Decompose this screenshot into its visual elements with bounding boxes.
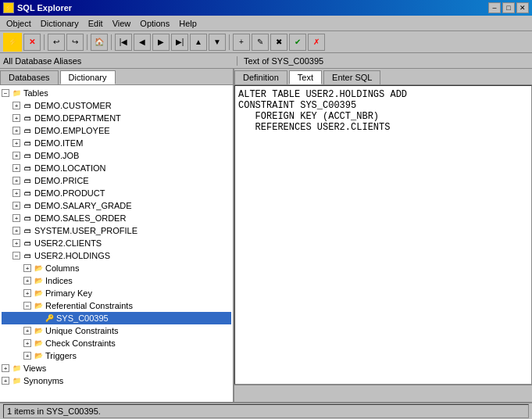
tab-definition[interactable]: Definition <box>234 70 287 84</box>
table-icon: 🗃 <box>22 188 33 199</box>
toolbar: ⚡ ✕ ↩ ↪ 🏠 |◀ ◀ ▶ ▶| ▲ ▼ + ✎ ✖ ✔ ✗ <box>0 31 532 53</box>
expand-icon[interactable]: − <box>2 89 9 97</box>
redo-button[interactable]: ↪ <box>66 34 84 51</box>
expand-icon[interactable]: + <box>12 102 20 109</box>
maximize-button[interactable]: □ <box>502 2 515 13</box>
tree-item-demo-sales-order[interactable]: +🗃DEMO.SALES_ORDER <box>2 212 231 224</box>
subfolder-icon: 📂 <box>33 288 44 299</box>
expand-icon[interactable]: + <box>12 152 20 159</box>
tree-container[interactable]: −📁Tables+🗃DEMO.CUSTOMER+🗃DEMO.DEPARTMENT… <box>0 85 233 402</box>
expand-icon[interactable]: + <box>2 377 9 385</box>
tab-text[interactable]: Text <box>289 70 322 84</box>
expand-icon[interactable]: + <box>2 364 9 372</box>
undo-button[interactable]: ↩ <box>48 34 65 51</box>
expand-icon[interactable]: + <box>12 189 20 197</box>
menu-help[interactable]: Help <box>174 17 202 30</box>
expand-icon[interactable]: + <box>23 327 31 335</box>
tab-databases[interactable]: Databases <box>0 70 59 84</box>
right-bottom-bar <box>234 385 532 402</box>
tree-item-demo-location[interactable]: +🗃DEMO.LOCATION <box>2 162 231 174</box>
tree-item-indices[interactable]: +📂Indices <box>2 274 231 287</box>
menu-object[interactable]: Object <box>2 17 36 30</box>
tree-label: DEMO.PRODUCT <box>34 188 105 198</box>
expand-icon[interactable]: − <box>12 252 20 260</box>
add-button[interactable]: + <box>233 34 250 51</box>
tree-item-synonyms[interactable]: +📁Synonyms <box>2 374 231 387</box>
tree-item-primary-key[interactable]: +📂Primary Key <box>2 287 231 299</box>
window-controls: – □ ✕ <box>488 2 529 13</box>
table-icon: 🗃 <box>22 238 33 249</box>
expand-icon[interactable]: + <box>12 127 20 134</box>
expand-icon[interactable]: + <box>12 227 20 235</box>
close-button[interactable]: ✕ <box>516 2 529 13</box>
delete-button[interactable]: ✖ <box>270 34 287 51</box>
tree-item-demo-job[interactable]: +🗃DEMO.JOB <box>2 149 231 162</box>
menu-dictionary[interactable]: Dictionary <box>36 17 84 30</box>
edit-button[interactable]: ✎ <box>252 34 269 51</box>
app-icon: ⚡ <box>3 2 14 13</box>
expand-icon[interactable]: − <box>23 302 31 310</box>
tree-item-tables[interactable]: −📁Tables <box>2 87 231 99</box>
tree-label: DEMO.PRICE <box>34 176 89 185</box>
nav-down-button[interactable]: ▼ <box>209 34 226 51</box>
expand-icon[interactable]: + <box>12 239 20 247</box>
home-button[interactable]: 🏠 <box>91 34 108 51</box>
expand-icon[interactable]: + <box>23 277 31 285</box>
nav-prev-button[interactable]: ◀ <box>134 34 151 51</box>
status-bar: 1 items in SYS_C00395. <box>0 402 532 419</box>
tree-label: SYS_C00395 <box>56 313 109 323</box>
menu-edit[interactable]: Edit <box>84 17 108 30</box>
expand-icon[interactable]: + <box>23 264 31 272</box>
tree-item-views[interactable]: +📁Views <box>2 362 231 374</box>
expand-icon[interactable]: + <box>12 177 20 184</box>
tree-item-triggers[interactable]: +📂Triggers <box>2 349 231 362</box>
expand-icon[interactable]: + <box>12 114 20 122</box>
separator-2 <box>87 34 87 50</box>
tree-item-columns[interactable]: +📂Columns <box>2 262 231 274</box>
nav-up-button[interactable]: ▲ <box>190 34 207 51</box>
tree-item-demo-salary-grade[interactable]: +🗃DEMO.SALARY_GRADE <box>2 199 231 212</box>
tab-dictionary[interactable]: Dictionary <box>60 70 116 84</box>
commit-button[interactable]: ✔ <box>289 34 306 51</box>
expand-icon[interactable]: + <box>12 214 20 222</box>
expand-icon[interactable]: + <box>23 352 31 360</box>
expand-icon[interactable]: + <box>12 139 20 147</box>
folder-icon: 📁 <box>11 363 22 374</box>
table-icon: 🗃 <box>22 113 33 124</box>
tree-item-demo-product[interactable]: +🗃DEMO.PRODUCT <box>2 187 231 199</box>
menu-options[interactable]: Options <box>135 17 174 30</box>
tree-label: Referential Constraints <box>45 301 133 310</box>
tree-item-demo-customer[interactable]: +🗃DEMO.CUSTOMER <box>2 99 231 112</box>
tree-label: DEMO.SALES_ORDER <box>34 213 126 223</box>
right-panel: Definition Text Enter SQL ALTER TABLE US… <box>234 69 532 402</box>
tree-item-user2-holdings[interactable]: −🗃USER2.HOLDINGS <box>2 249 231 262</box>
tree-label: Unique Constraints <box>45 326 119 335</box>
tree-item-sys-c00395[interactable]: 🔑SYS_C00395 <box>2 312 231 324</box>
tree-item-demo-department[interactable]: +🗃DEMO.DEPARTMENT <box>2 112 231 124</box>
tree-label: Indices <box>45 276 73 285</box>
expand-icon[interactable]: + <box>23 289 31 297</box>
subfolder-icon: 📂 <box>33 350 44 361</box>
tree-item-system-user-profile[interactable]: +🗃SYSTEM.USER_PROFILE <box>2 224 231 237</box>
expand-icon[interactable]: + <box>12 164 20 172</box>
expand-icon[interactable]: + <box>23 339 31 347</box>
expand-icon[interactable]: + <box>12 202 20 210</box>
nav-last-button[interactable]: ▶| <box>171 34 188 51</box>
tree-item-check-constraints[interactable]: +📂Check Constraints <box>2 337 231 349</box>
tree-item-user2-clients[interactable]: +🗃USER2.CLIENTS <box>2 237 231 249</box>
tree-label: Columns <box>45 263 79 273</box>
tree-item-unique-constraints[interactable]: +📂Unique Constraints <box>2 324 231 337</box>
tree-item-demo-price[interactable]: +🗃DEMO.PRICE <box>2 174 231 187</box>
tree-label: DEMO.EMPLOYEE <box>34 126 110 135</box>
nav-next-button[interactable]: ▶ <box>152 34 170 51</box>
table-icon: 🗃 <box>22 138 33 149</box>
minimize-button[interactable]: – <box>488 2 501 13</box>
tree-item-demo-employee[interactable]: +🗃DEMO.EMPLOYEE <box>2 124 231 137</box>
tree-item-demo-item[interactable]: +🗃DEMO.ITEM <box>2 137 231 149</box>
tree-item-referential-constraints[interactable]: −📂Referential Constraints <box>2 299 231 312</box>
menu-view[interactable]: View <box>108 17 136 30</box>
close-toolbar-button[interactable]: ✕ <box>23 34 41 51</box>
rollback-button[interactable]: ✗ <box>308 34 325 51</box>
nav-first-button[interactable]: |◀ <box>115 34 132 51</box>
tab-enter-sql[interactable]: Enter SQL <box>323 70 380 84</box>
